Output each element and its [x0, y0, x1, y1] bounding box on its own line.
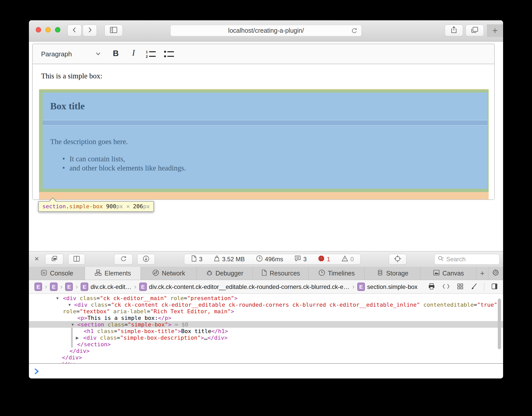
tab-elements[interactable]: Elements [85, 267, 141, 280]
dock-side-button[interactable] [68, 254, 85, 265]
error-octagon-icon [318, 255, 325, 264]
numbered-list-icon: 1 2 [145, 50, 157, 58]
dom-tree-panel[interactable]: ▼<div class="ck ck-editor__main" role="p… [29, 294, 503, 363]
code-line-selected[interactable]: ▼<section class="simple-box"> = $0 [29, 321, 503, 328]
bullet-glyph: • [62, 164, 65, 172]
code-line[interactable]: </div> [29, 348, 503, 354]
bulleted-list-button[interactable] [164, 50, 175, 59]
split-columns-icon [73, 255, 81, 263]
element-badge[interactable]: E [50, 283, 58, 291]
code-line[interactable]: ▼<div class="ck ck-content ck-editor__ed… [29, 301, 503, 308]
bug-icon [206, 269, 213, 278]
devtools-close-button[interactable]: × [34, 254, 39, 263]
code-line[interactable]: <h1 class="simple-box-title">Box title</… [29, 328, 503, 334]
download-webpage-button[interactable] [137, 254, 155, 265]
tab-timelines[interactable]: Timelines [309, 267, 365, 280]
svg-text:2: 2 [146, 55, 148, 58]
disclosure-open-icon[interactable]: ▼ [56, 295, 59, 302]
styles-brush-icon[interactable] [470, 283, 477, 291]
reload-icon [120, 255, 127, 264]
italic-button[interactable]: I [132, 48, 135, 58]
database-icon [377, 269, 384, 278]
inspected-element-padding-highlight: Box title The description goes here. • I… [39, 89, 489, 192]
devtools-search-input[interactable]: Search [434, 254, 500, 265]
error-count-badge[interactable]: 1 [318, 255, 330, 264]
breadcrumb-item[interactable]: E div.ck.ck-edit… [81, 283, 131, 291]
tabs-overview-icon [471, 26, 479, 35]
paragraph-dropdown[interactable]: Paragraph [41, 50, 72, 58]
forward-button[interactable] [83, 25, 97, 36]
browser-viewport: Paragraph B I 1 2 [29, 42, 503, 251]
tab-network[interactable]: Network [141, 267, 197, 280]
list-item[interactable]: • It can contain lists, [69, 155, 125, 163]
back-button[interactable] [67, 25, 82, 36]
crosshair-icon [394, 255, 402, 264]
tab-canvas[interactable]: Canvas [420, 267, 476, 280]
element-picker-button[interactable] [389, 254, 406, 265]
devtools-settings-button[interactable] [488, 267, 503, 280]
element-badge: E [81, 283, 88, 291]
console-prompt[interactable] [29, 363, 503, 378]
add-tab-button[interactable]: + [476, 267, 488, 280]
console-message-badge[interactable]: 3 [294, 255, 307, 264]
search-icon [438, 255, 444, 263]
tab-debugger[interactable]: Debugger [197, 267, 253, 280]
source-code-icon[interactable] [442, 283, 450, 291]
box-title-heading[interactable]: Box title [50, 100, 85, 112]
devtools-reload-button[interactable] [114, 254, 133, 265]
code-line[interactable]: </div> [29, 361, 503, 363]
rich-text-editor: Paragraph B I 1 2 [32, 44, 495, 200]
sidebar-toggle-button[interactable] [104, 25, 123, 36]
breadcrumb-separator: › [45, 283, 47, 291]
element-badge[interactable]: E [34, 283, 42, 291]
box-description-text[interactable]: The description goes here. [50, 137, 128, 146]
search-placeholder: Search [446, 256, 466, 263]
breadcrumb-separator: › [76, 283, 78, 291]
list-item[interactable]: • and other block elements like headings… [69, 164, 186, 172]
tab-console[interactable]: Console [29, 267, 85, 280]
title-bar: localhost/creating-a-plugin/ [29, 20, 503, 42]
minimize-window-button[interactable] [45, 27, 51, 32]
new-tab-button[interactable]: + [487, 24, 503, 37]
show-all-tabs-button[interactable] [466, 25, 484, 36]
code-line[interactable]: ▶<div class="simple-box-description">…</… [29, 334, 503, 341]
elements-icon [94, 269, 102, 278]
tab-storage[interactable]: Storage [365, 267, 421, 280]
numbered-list-button[interactable]: 1 2 [145, 50, 157, 59]
close-window-button[interactable] [36, 27, 41, 32]
url-field[interactable]: localhost/creating-a-plugin/ [170, 25, 362, 36]
resource-count-badge[interactable]: 3 [191, 255, 202, 264]
disclosure-closed-icon[interactable]: ▶ [76, 334, 79, 341]
warning-count-badge[interactable]: 0 [341, 255, 354, 264]
disclosure-open-icon[interactable]: ▼ [68, 301, 72, 308]
details-sidebar-toggle-icon[interactable] [491, 283, 498, 291]
grid-overlay-icon[interactable] [457, 283, 464, 291]
chevron-down-icon[interactable] [95, 51, 101, 57]
code-line[interactable]: role="textbox" aria-label="Rich Text Edi… [29, 308, 503, 315]
devtools-toolbar: × [29, 251, 503, 267]
tab-resources[interactable]: Resources [253, 267, 309, 280]
code-line[interactable]: </div> [29, 354, 503, 361]
disclosure-open-icon[interactable]: ▼ [71, 321, 75, 328]
print-styles-icon[interactable] [428, 283, 435, 291]
intro-paragraph[interactable]: This is a simple box: [41, 72, 102, 80]
transfer-size-badge[interactable]: 3.52 MB [214, 255, 245, 264]
breadcrumb-item[interactable]: E div.ck.ck-content.ck-editor__editable.… [139, 283, 350, 291]
reload-icon[interactable] [351, 27, 358, 35]
breadcrumb-item-selected[interactable]: E section.simple-box [357, 283, 418, 291]
dom-breadcrumb-bar: E › E › E › E div.ck.ck-edit… › E div.ck… [29, 280, 503, 294]
resource-summary-bar[interactable]: 3 3.52 MB 496ms 3 [184, 254, 361, 265]
bold-button[interactable]: B [113, 49, 119, 58]
editor-content[interactable]: This is a simple box: Box title The desc… [33, 64, 494, 199]
share-button[interactable] [445, 25, 463, 36]
zoom-window-button[interactable] [55, 27, 60, 32]
element-badge[interactable]: E [65, 283, 73, 291]
code-line[interactable]: </section> [29, 341, 503, 348]
code-line[interactable]: <p>This is a simple box:</p> [29, 315, 503, 321]
download-icon [142, 255, 150, 264]
detach-devtools-button[interactable] [45, 254, 63, 265]
load-time-badge[interactable]: 496ms [256, 255, 283, 264]
bulleted-list-icon [164, 50, 175, 58]
vertical-scrollbar[interactable] [498, 299, 501, 349]
code-line[interactable]: ▼<div class="ck ck-editor__main" role="p… [29, 295, 503, 301]
